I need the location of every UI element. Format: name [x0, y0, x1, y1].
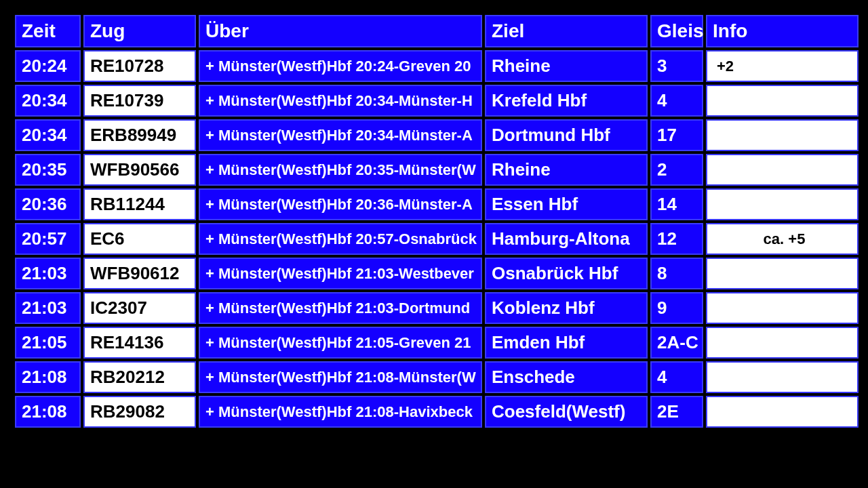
col-zug: Zug [83, 15, 196, 47]
cell-ueber: + Münster(Westf)Hbf 21:05-Greven 21 [199, 327, 482, 359]
cell-zeit: 20:24 [15, 50, 81, 82]
cell-gleis: 4 [650, 361, 703, 393]
cell-zeit: 21:08 [15, 361, 81, 393]
cell-ueber: + Münster(Westf)Hbf 20:57-Osnabrück [199, 223, 482, 255]
cell-zeit: 21:05 [15, 327, 81, 359]
cell-info [706, 188, 859, 220]
table-row: 20:35WFB90566+ Münster(Westf)Hbf 20:35-M… [15, 154, 859, 186]
cell-ueber: + Münster(Westf)Hbf 20:24-Greven 20 [199, 50, 482, 82]
col-gleis: Gleis [650, 15, 703, 47]
cell-ueber: + Münster(Westf)Hbf 21:03-Dortmund [199, 292, 482, 324]
cell-zug: RB29082 [83, 396, 196, 428]
cell-info [706, 327, 859, 359]
cell-info: +2 [706, 50, 859, 82]
cell-zug: IC2307 [83, 292, 196, 324]
cell-ueber: + Münster(Westf)Hbf 20:34-Münster-A [199, 119, 482, 151]
cell-zug: ERB89949 [83, 119, 196, 151]
cell-ziel: Coesfeld(Westf) [485, 396, 648, 428]
cell-zug: EC6 [83, 223, 196, 255]
cell-zeit: 21:03 [15, 258, 81, 289]
col-ueber: Über [199, 15, 482, 47]
col-zeit: Zeit [15, 15, 81, 47]
cell-zeit: 21:08 [15, 396, 81, 428]
cell-info [706, 396, 859, 428]
cell-gleis: 2 [650, 154, 703, 186]
table-row: 21:08RB20212+ Münster(Westf)Hbf 21:08-Mü… [15, 361, 859, 393]
cell-info [706, 119, 859, 151]
cell-gleis: 14 [650, 188, 703, 220]
cell-gleis: 12 [650, 223, 703, 255]
cell-ziel: Rheine [485, 50, 648, 82]
departure-board: Zeit Zug Über Ziel Gleis Info 20:24RE107… [0, 0, 868, 430]
col-info: Info [706, 15, 859, 47]
cell-zug: WFB90566 [83, 154, 196, 186]
table-header-row: Zeit Zug Über Ziel Gleis Info [15, 15, 859, 47]
cell-info [706, 292, 859, 324]
cell-ziel: Essen Hbf [485, 188, 648, 220]
cell-zeit: 20:36 [15, 188, 81, 220]
cell-zug: WFB90612 [83, 258, 196, 289]
cell-ueber: + Münster(Westf)Hbf 20:35-Münster(W [199, 154, 482, 186]
cell-info [706, 361, 859, 393]
cell-zeit: 21:03 [15, 292, 81, 324]
cell-ziel: Emden Hbf [485, 327, 648, 359]
cell-ueber: + Münster(Westf)Hbf 21:03-Westbever [199, 258, 482, 289]
cell-gleis: 2E [650, 396, 703, 428]
table-row: 20:34RE10739+ Münster(Westf)Hbf 20:34-Mü… [15, 85, 859, 117]
cell-zug: RE10739 [83, 85, 196, 117]
table-row: 20:36RB11244+ Münster(Westf)Hbf 20:36-Mü… [15, 188, 859, 220]
cell-gleis: 17 [650, 119, 703, 151]
cell-zug: RE10728 [83, 50, 196, 82]
cell-ziel: Dortmund Hbf [485, 119, 648, 151]
table-row: 21:08RB29082+ Münster(Westf)Hbf 21:08-Ha… [15, 396, 859, 428]
cell-zug: RB20212 [83, 361, 196, 393]
cell-gleis: 8 [650, 258, 703, 289]
cell-gleis: 4 [650, 85, 703, 117]
cell-info [706, 258, 859, 289]
cell-ziel: Krefeld Hbf [485, 85, 648, 117]
table-row: 20:57EC6+ Münster(Westf)Hbf 20:57-Osnabr… [15, 223, 859, 255]
cell-ueber: + Münster(Westf)Hbf 21:08-Münster(W [199, 361, 482, 393]
col-ziel: Ziel [485, 15, 648, 47]
cell-zeit: 20:35 [15, 154, 81, 186]
cell-gleis: 3 [650, 50, 703, 82]
cell-info [706, 154, 859, 186]
cell-ziel: Koblenz Hbf [485, 292, 648, 324]
cell-gleis: 9 [650, 292, 703, 324]
cell-zug: RE14136 [83, 327, 196, 359]
cell-info [706, 85, 859, 117]
cell-ueber: + Münster(Westf)Hbf 20:34-Münster-H [199, 85, 482, 117]
cell-gleis: 2A-C [650, 327, 703, 359]
cell-info: ca. +5 [706, 223, 859, 255]
cell-zeit: 20:34 [15, 119, 81, 151]
cell-ziel: Osnabrück Hbf [485, 258, 648, 289]
cell-ziel: Rheine [485, 154, 648, 186]
cell-ueber: + Münster(Westf)Hbf 21:08-Havixbeck [199, 396, 482, 428]
cell-ziel: Hamburg-Altona [485, 223, 648, 255]
cell-zeit: 20:57 [15, 223, 81, 255]
table-row: 21:03WFB90612+ Münster(Westf)Hbf 21:03-W… [15, 258, 859, 289]
cell-zug: RB11244 [83, 188, 196, 220]
departure-table: Zeit Zug Über Ziel Gleis Info 20:24RE107… [12, 12, 861, 430]
cell-ueber: + Münster(Westf)Hbf 20:36-Münster-A [199, 188, 482, 220]
cell-ziel: Enschede [485, 361, 648, 393]
table-row: 20:24RE10728+ Münster(Westf)Hbf 20:24-Gr… [15, 50, 859, 82]
cell-zeit: 20:34 [15, 85, 81, 117]
table-row: 21:05RE14136+ Münster(Westf)Hbf 21:05-Gr… [15, 327, 859, 359]
table-row: 20:34ERB89949+ Münster(Westf)Hbf 20:34-M… [15, 119, 859, 151]
table-row: 21:03IC2307+ Münster(Westf)Hbf 21:03-Dor… [15, 292, 859, 324]
